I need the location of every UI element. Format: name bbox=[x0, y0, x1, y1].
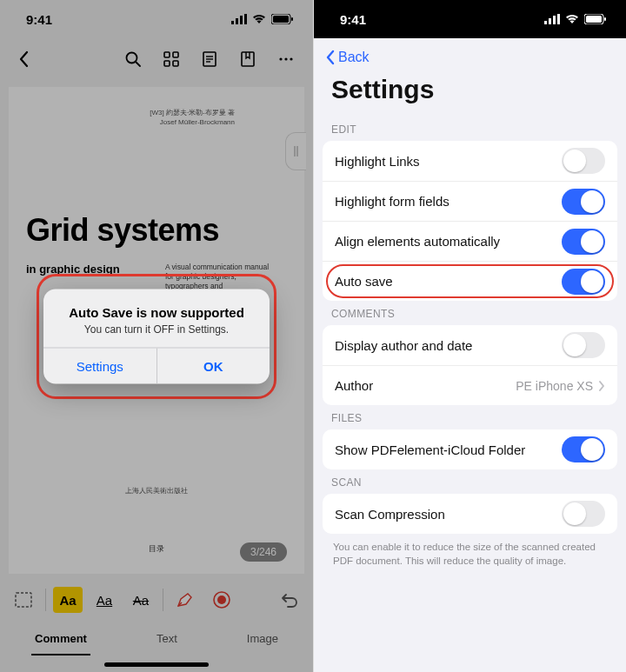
pen-tool-icon[interactable] bbox=[170, 587, 200, 613]
svg-rect-23 bbox=[16, 593, 31, 607]
chevron-right-icon bbox=[598, 380, 605, 392]
meta-line1: [W3] 約瑟夫·米勒-布罗曼 著 bbox=[26, 108, 235, 117]
status-indicators bbox=[544, 14, 607, 24]
doc-publisher: 上海人民美術出版社 bbox=[9, 486, 304, 496]
phone-right-settings: 9:41 Back Settings EDIT Highlight Links … bbox=[313, 0, 626, 672]
tab-image[interactable]: Image bbox=[243, 627, 282, 655]
svg-rect-31 bbox=[586, 16, 602, 23]
status-bar: 9:41 bbox=[0, 0, 313, 38]
toggle-highlight-links[interactable] bbox=[562, 148, 605, 174]
row-show-icloud[interactable]: Show PDFelement-iCloud Folder bbox=[323, 429, 617, 469]
svg-rect-9 bbox=[164, 52, 170, 57]
row-highlight-links[interactable]: Highlight Links bbox=[323, 141, 617, 181]
svg-point-7 bbox=[127, 53, 137, 63]
svg-rect-27 bbox=[549, 18, 551, 24]
svg-rect-2 bbox=[240, 16, 243, 24]
highlight-tool[interactable]: Aa bbox=[53, 587, 83, 613]
search-icon[interactable] bbox=[118, 44, 148, 74]
row-label: Auto save bbox=[335, 274, 393, 289]
phone-left-document: 9:41 [W3] 約瑟夫·米勒-布罗曼 著 Josef Müller-Broc… bbox=[0, 0, 313, 672]
group-edit: Highlight Links Highlight form fields Al… bbox=[323, 141, 617, 301]
row-label: Highlight form fields bbox=[335, 194, 450, 209]
grid-icon[interactable] bbox=[156, 44, 186, 74]
group-files: Show PDFelement-iCloud Folder bbox=[323, 429, 617, 469]
section-edit-label: EDIT bbox=[314, 116, 626, 141]
back-icon[interactable] bbox=[9, 44, 38, 74]
svg-rect-28 bbox=[553, 16, 556, 24]
row-display-author[interactable]: Display author and date bbox=[323, 325, 617, 365]
toggle-display-author[interactable] bbox=[562, 332, 605, 358]
row-label: Show PDFelement-iCloud Folder bbox=[335, 442, 525, 457]
row-auto-save[interactable]: Auto save bbox=[323, 261, 617, 301]
undo-icon[interactable] bbox=[275, 587, 304, 613]
toggle-show-icloud[interactable] bbox=[562, 436, 605, 462]
svg-point-19 bbox=[284, 57, 287, 60]
row-scan-compression[interactable]: Scan Compression bbox=[323, 494, 617, 534]
section-scan-label: SCAN bbox=[314, 469, 626, 494]
svg-rect-32 bbox=[604, 17, 606, 21]
svg-rect-10 bbox=[173, 52, 178, 57]
tab-text[interactable]: Text bbox=[153, 627, 181, 655]
section-files-label: FILES bbox=[314, 405, 626, 429]
group-scan: Scan Compression bbox=[323, 494, 617, 534]
page-indicator: 3/246 bbox=[240, 542, 287, 562]
toggle-auto-save[interactable] bbox=[562, 269, 605, 295]
row-label: Author bbox=[335, 378, 373, 393]
bottom-toolbar: Aa Aa Aa Comment Text Image bbox=[0, 578, 313, 672]
mode-tabs: Comment Text Image bbox=[0, 622, 313, 661]
section-comments-label: COMMENTS bbox=[314, 301, 626, 325]
autosave-alert: Auto Save is now supported You can turn … bbox=[43, 289, 270, 383]
svg-rect-0 bbox=[231, 21, 234, 24]
scan-footnote: You can enable it to reduce the size of … bbox=[314, 534, 626, 585]
svg-rect-5 bbox=[273, 16, 289, 23]
svg-rect-12 bbox=[173, 61, 178, 66]
row-label: Align elements automatically bbox=[335, 234, 500, 249]
side-handle[interactable] bbox=[285, 132, 306, 170]
top-toolbar bbox=[0, 38, 313, 80]
strikethrough-tool[interactable]: Aa bbox=[126, 587, 156, 613]
bookmark-icon[interactable] bbox=[233, 44, 263, 74]
toggle-highlight-form[interactable] bbox=[562, 189, 605, 215]
svg-point-25 bbox=[217, 595, 226, 604]
toggle-align-auto[interactable] bbox=[562, 229, 605, 255]
svg-point-18 bbox=[279, 57, 282, 60]
row-label: Highlight Links bbox=[335, 154, 420, 169]
status-indicators bbox=[231, 14, 294, 24]
meta-line2: Josef Müller-Brockmann bbox=[26, 117, 235, 127]
signal-icon bbox=[231, 14, 247, 24]
row-author[interactable]: Author PE iPhone XS bbox=[323, 365, 617, 405]
row-highlight-form[interactable]: Highlight form fields bbox=[323, 181, 617, 221]
group-comments: Display author and date Author PE iPhone… bbox=[323, 325, 617, 405]
selection-tool-icon[interactable] bbox=[9, 587, 38, 613]
tab-comment[interactable]: Comment bbox=[31, 627, 90, 655]
svg-rect-6 bbox=[291, 17, 293, 21]
more-icon[interactable] bbox=[271, 44, 301, 74]
outline-icon[interactable] bbox=[195, 44, 224, 74]
status-time: 9:41 bbox=[340, 12, 366, 27]
doc-title: Grid systems bbox=[26, 212, 287, 249]
svg-rect-11 bbox=[164, 61, 170, 66]
svg-rect-3 bbox=[244, 14, 247, 24]
svg-rect-26 bbox=[544, 21, 547, 24]
nav-back-label: Back bbox=[338, 50, 370, 65]
svg-rect-29 bbox=[557, 14, 560, 24]
chevron-left-icon bbox=[324, 49, 336, 66]
wifi-icon bbox=[565, 14, 579, 24]
home-indicator bbox=[104, 662, 209, 667]
row-align-auto[interactable]: Align elements automatically bbox=[323, 221, 617, 261]
settings-sheet: Back Settings EDIT Highlight Links Highl… bbox=[314, 38, 626, 672]
status-bar: 9:41 bbox=[314, 0, 626, 38]
record-tool-icon[interactable] bbox=[207, 587, 236, 613]
svg-rect-1 bbox=[236, 18, 238, 24]
signal-icon bbox=[544, 14, 560, 24]
alert-settings-button[interactable]: Settings bbox=[43, 348, 156, 383]
battery-icon bbox=[584, 14, 607, 24]
svg-rect-17 bbox=[242, 52, 254, 66]
page-title: Settings bbox=[314, 70, 626, 116]
svg-point-20 bbox=[290, 57, 292, 60]
svg-line-8 bbox=[137, 63, 141, 67]
underline-tool[interactable]: Aa bbox=[90, 587, 119, 613]
nav-back[interactable]: Back bbox=[314, 38, 626, 70]
toggle-scan-compression[interactable] bbox=[562, 501, 605, 527]
alert-ok-button[interactable]: OK bbox=[156, 348, 270, 383]
